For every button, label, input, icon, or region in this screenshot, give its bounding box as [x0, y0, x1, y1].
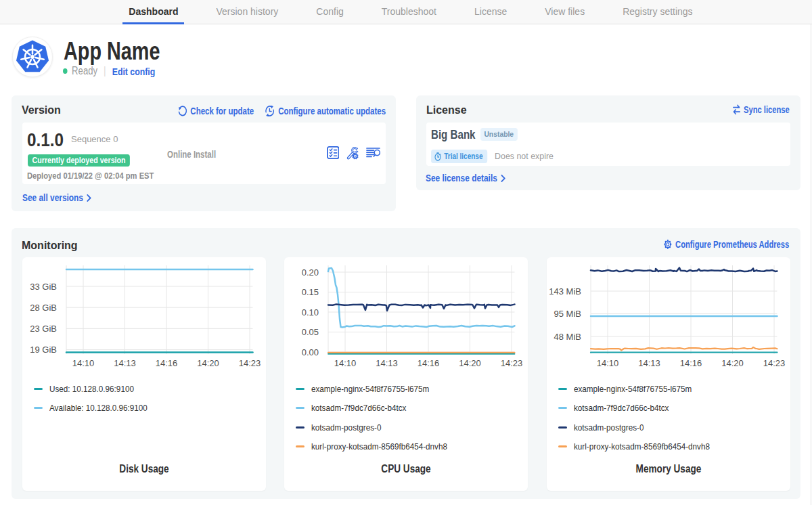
svg-text:14:16: 14:16: [680, 358, 702, 368]
svg-text:0.00: 0.00: [302, 347, 319, 357]
svg-text:14:20: 14:20: [721, 358, 744, 368]
svg-text:14:13: 14:13: [638, 358, 660, 368]
svg-text:0.05: 0.05: [302, 327, 319, 337]
svg-text:14:16: 14:16: [156, 358, 178, 368]
svg-text:143 MiB: 143 MiB: [549, 286, 581, 297]
svg-text:14:10: 14:10: [72, 358, 95, 368]
svg-text:0.10: 0.10: [302, 307, 319, 317]
svg-text:28 GiB: 28 GiB: [30, 303, 57, 313]
svg-text:14:13: 14:13: [114, 358, 136, 368]
svg-text:14:20: 14:20: [197, 358, 219, 368]
svg-text:14:23: 14:23: [763, 358, 786, 368]
svg-text:14:23: 14:23: [239, 358, 261, 368]
svg-text:33 GiB: 33 GiB: [30, 282, 57, 292]
svg-text:14:10: 14:10: [334, 358, 357, 368]
svg-text:0.20: 0.20: [302, 267, 319, 278]
svg-text:95 MiB: 95 MiB: [554, 309, 581, 319]
svg-text:19 GiB: 19 GiB: [30, 345, 57, 355]
svg-text:14:13: 14:13: [376, 358, 398, 368]
svg-text:14:10: 14:10: [597, 358, 619, 368]
svg-text:23 GiB: 23 GiB: [30, 324, 57, 334]
svg-text:0.15: 0.15: [302, 287, 319, 297]
svg-text:14:20: 14:20: [459, 358, 481, 368]
svg-text:14:16: 14:16: [418, 358, 440, 368]
svg-text:14:23: 14:23: [501, 358, 523, 368]
svg-text:48 MiB: 48 MiB: [554, 332, 581, 342]
